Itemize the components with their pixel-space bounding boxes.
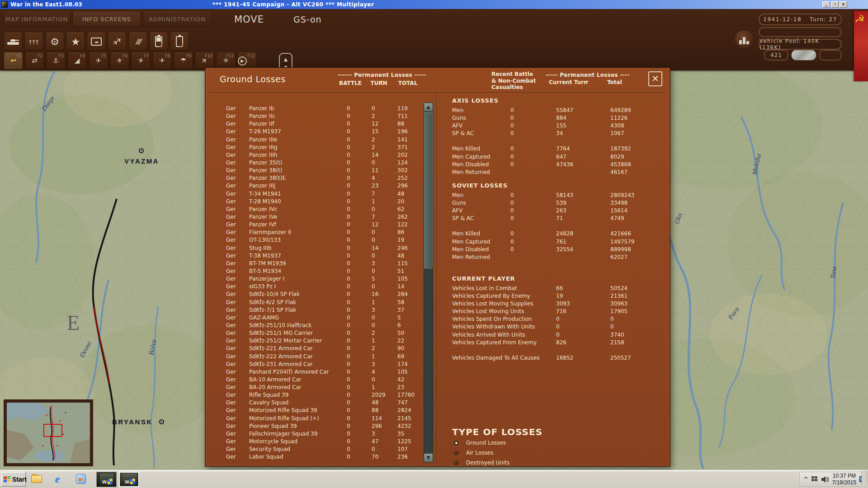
metrics-button[interactable]: /// bbox=[128, 33, 147, 51]
hidden-icons-chevron[interactable]: ^ bbox=[803, 476, 808, 483]
fkey-f2-rail-mode[interactable]: ⇄F2 bbox=[25, 52, 44, 70]
stat-label: Vehicles Withdrawn With Units bbox=[452, 324, 510, 331]
production-button[interactable]: ⚙ bbox=[45, 33, 64, 51]
unit-turn-losses: 3 bbox=[372, 431, 397, 438]
weather-button[interactable]: ☁ bbox=[87, 33, 106, 51]
stat-recent: 0 bbox=[510, 246, 556, 254]
unit-name: SdKfz-221 Armored Car bbox=[249, 345, 347, 353]
leaders-button[interactable]: ★ bbox=[66, 33, 85, 51]
fkey-f3-naval-mode[interactable]: ⚓F3 bbox=[46, 52, 66, 70]
window-titlebar[interactable]: War in the East1.08.03 *** 1941-45 Campa… bbox=[0, 0, 868, 9]
move-mode-label[interactable]: MOVE bbox=[234, 14, 264, 25]
gs-toggle[interactable]: GS-on bbox=[293, 14, 322, 24]
quicklaunch-internet-explorer[interactable]: e bbox=[51, 473, 64, 485]
unit-name: T-26 M1937 bbox=[249, 128, 347, 136]
fkey-f8-strat-bombing[interactable]: ✈F8 bbox=[152, 52, 172, 70]
soviet-flag: ☭ bbox=[854, 11, 868, 81]
dialog-close-button[interactable]: ✕ bbox=[648, 71, 662, 86]
unit-total-losses: 252 bbox=[397, 175, 423, 183]
chart-button[interactable] bbox=[735, 30, 753, 48]
unit-total-losses: 1225 bbox=[397, 438, 423, 446]
next-turn-icon: ▶ bbox=[238, 56, 247, 66]
unit-turn-losses: 0 bbox=[372, 268, 397, 276]
minimap[interactable] bbox=[4, 399, 93, 466]
fkey-f4-artillery-mode[interactable]: ◢F4 bbox=[67, 52, 87, 70]
taskbar-app-war-in-the-east-1[interactable]: WiT bbox=[96, 472, 117, 487]
unit-name: Rifle Squad 39 bbox=[249, 392, 347, 399]
unit-nation: Ger bbox=[226, 229, 249, 237]
map-viewport[interactable]: VYAZMA BRYANSK Dnepr Desna Bolva Oka Mok… bbox=[0, 9, 868, 470]
ground-units-button[interactable] bbox=[4, 33, 23, 51]
fkey-f7-air-transport[interactable]: ✈F7 bbox=[131, 52, 151, 70]
stat-current-turn: 0 bbox=[556, 332, 610, 339]
battle-column-header: BATTLE bbox=[338, 80, 363, 86]
unit-turn-losses: 14 bbox=[372, 152, 397, 160]
restore-button[interactable]: ❐ bbox=[831, 1, 839, 8]
fkey-f9-air-drop[interactable]: ☂F9 bbox=[174, 52, 193, 70]
minimize-button[interactable]: _ bbox=[822, 1, 830, 8]
unit-turn-losses: 0 bbox=[372, 283, 397, 291]
tab-info-screens[interactable]: INFO SCREENS bbox=[72, 12, 141, 27]
radio-unselected-icon[interactable] bbox=[453, 450, 459, 455]
scroll-up-button[interactable]: ▲ bbox=[424, 103, 433, 111]
stat-total: 3740 bbox=[610, 332, 661, 339]
stat-total: 17905 bbox=[610, 308, 661, 316]
radio-option-destroyed-units[interactable]: Destroyed Units bbox=[453, 459, 509, 467]
stat-row: AFV 0 155 4308 bbox=[452, 122, 661, 130]
fkey-f1-move-mode[interactable]: ↩F1 bbox=[4, 52, 23, 70]
supply-empty-button[interactable] bbox=[170, 33, 189, 51]
stat-row bbox=[452, 138, 661, 145]
tab-map-information[interactable]: MAP INFORMATION bbox=[3, 12, 71, 27]
unit-name: Panzer IVc bbox=[249, 206, 347, 214]
fkey-f5-ground-attack[interactable]: ✈F5 bbox=[89, 52, 108, 70]
losses-button[interactable]: ††† bbox=[24, 33, 43, 51]
supply-full-button[interactable] bbox=[149, 33, 168, 51]
unit-total-losses: 119 bbox=[397, 105, 423, 113]
clock[interactable]: 10:37 PM 7/19/2015 bbox=[832, 473, 856, 486]
stat-recent bbox=[510, 254, 556, 262]
battery-empty-icon bbox=[176, 36, 183, 47]
scrollbar-thumb[interactable] bbox=[424, 112, 433, 268]
unit-turn-losses: 12 bbox=[372, 121, 397, 128]
unit-total-losses: 371 bbox=[397, 144, 423, 152]
table-scrollbar[interactable]: ▲ ▼ bbox=[424, 103, 433, 462]
show-desktop-button[interactable] bbox=[862, 470, 868, 485]
taskbar: Start e ▶ WiT WiT ^ 10:37 PM 7/19/2015 bbox=[0, 470, 868, 488]
radio-option-air-losses[interactable]: Air Losses bbox=[453, 449, 493, 457]
unit-name: Flammpanzer II bbox=[249, 229, 347, 237]
stat-row: Guns 0 539 33498 bbox=[452, 200, 661, 207]
stat-row: Men Returned 46167 bbox=[452, 169, 661, 177]
quicklaunch-folder[interactable] bbox=[30, 473, 43, 485]
stat-row: Vehicles Withdrawn With Units 0 0 bbox=[452, 324, 661, 331]
stone-button[interactable] bbox=[791, 50, 816, 61]
air-doctrine-button[interactable]: ✈✈ bbox=[108, 33, 127, 51]
unit-nation: Ger bbox=[226, 276, 249, 283]
taskbar-app-war-in-the-east-2[interactable]: WiT bbox=[119, 472, 139, 487]
quicklaunch-media-player[interactable]: ▶ bbox=[74, 473, 88, 485]
fkey-f6-air-recon[interactable]: ✈F6 bbox=[110, 52, 129, 70]
unit-total-losses: 23 bbox=[397, 384, 423, 392]
unit-name: SdKfz-231 Armored Car bbox=[249, 361, 347, 369]
close-button[interactable]: x bbox=[840, 1, 847, 8]
scroll-down-button[interactable]: ▼ bbox=[424, 454, 433, 462]
speaker-icon[interactable] bbox=[821, 476, 829, 483]
stat-current-turn: 263 bbox=[556, 207, 610, 215]
unit-loss-row: Ger Motorcycle Squad 0 47 1225 bbox=[215, 438, 423, 446]
unit-battle-losses: 0 bbox=[347, 121, 372, 128]
radio-unselected-icon[interactable] bbox=[453, 460, 459, 465]
tab-administration[interactable]: ADMINISTRATION bbox=[143, 12, 212, 27]
unit-total-losses: 284 bbox=[397, 291, 423, 299]
stat-row: Men Disabled 0 32554 889998 bbox=[452, 246, 661, 254]
bryansk-label: BRYANSK bbox=[112, 418, 153, 426]
unit-nation: Ger bbox=[226, 446, 249, 454]
unit-name: T-34 M1941 bbox=[249, 191, 347, 198]
stat-label: Vehicles Arrived With Units bbox=[452, 332, 510, 339]
unit-battle-losses: 0 bbox=[347, 183, 372, 190]
windows-tray-icon[interactable] bbox=[811, 476, 818, 482]
unit-total-losses: 296 bbox=[397, 183, 423, 190]
unit-battle-losses: 0 bbox=[347, 376, 372, 384]
start-button[interactable]: Start bbox=[1, 472, 26, 487]
unit-name: Cavalry Squad bbox=[249, 399, 347, 407]
radio-selected-icon[interactable] bbox=[453, 440, 459, 446]
radio-option-ground-losses[interactable]: Ground Losses bbox=[453, 439, 506, 447]
